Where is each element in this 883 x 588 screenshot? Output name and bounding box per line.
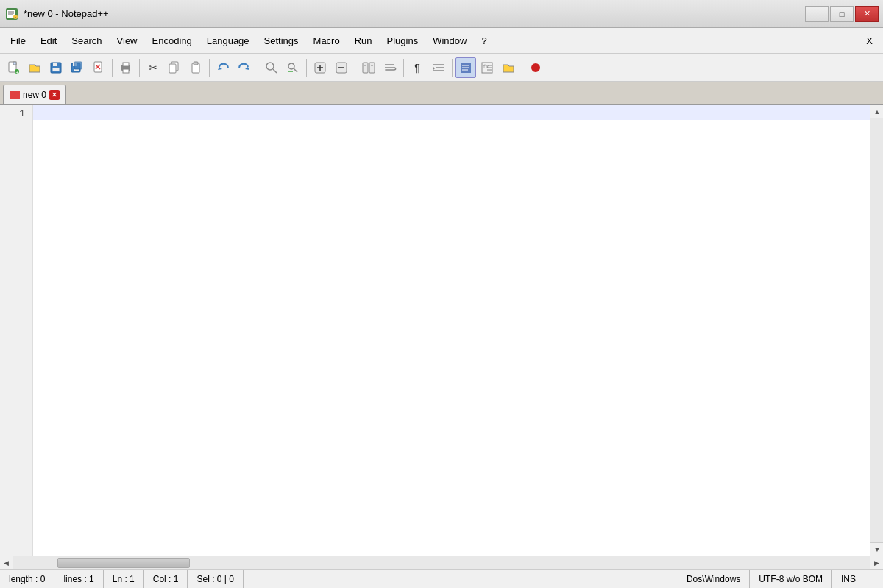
svg-rect-40 [363,63,368,73]
editor-with-vscroll: 1 ▲ ▼ [0,105,883,556]
menu-close-x[interactable]: X [859,32,880,49]
function-list-button[interactable]: fx [477,57,497,78]
menu-macro[interactable]: Macro [306,32,347,49]
copy-button[interactable] [164,57,185,78]
new-file-button[interactable]: + [3,57,24,78]
editor-content[interactable] [33,105,870,556]
toolbar-sep-5 [306,59,307,77]
tab-bar: new 0 ✕ [0,82,883,105]
editor-main: 1 [0,105,870,556]
menu-run[interactable]: Run [347,32,380,49]
toolbar-sep-4 [258,59,258,77]
svg-point-60 [531,63,540,72]
svg-rect-13 [52,68,60,71]
svg-rect-22 [123,63,129,66]
menu-window[interactable]: Window [425,32,474,49]
toolbar-sep-3 [209,59,210,77]
zoom-out-button[interactable] [331,57,352,78]
menu-view[interactable]: View [110,32,145,49]
menu-search[interactable]: Search [64,32,109,49]
open-file-button[interactable] [24,57,45,78]
svg-rect-25 [169,64,176,73]
scroll-track-horizontal[interactable] [13,556,870,569]
svg-text:+: + [16,69,19,74]
project-panels-button[interactable] [498,57,519,78]
menu-language[interactable]: Language [199,32,257,49]
horizontal-scrollbar: ◀ ▶ [0,556,883,569]
cut-button[interactable]: ✂ [143,57,163,78]
close-button[interactable] [88,57,109,78]
app-title: *new 0 - Notepad++ [24,8,109,19]
scroll-track-vertical[interactable] [870,118,883,542]
zoom-in-button[interactable] [310,57,330,78]
scroll-left-button[interactable]: ◀ [0,556,13,570]
svg-rect-17 [74,62,82,69]
svg-point-32 [288,63,294,69]
indent-button[interactable] [428,57,449,78]
vertical-scrollbar: ▲ ▼ [870,105,883,556]
status-extra [865,570,883,588]
word-wrap-button[interactable] [380,57,400,78]
status-col: Col : 1 [144,570,188,588]
svg-rect-41 [369,63,375,73]
sync-scroll-button[interactable] [358,57,379,78]
document-map-button[interactable] [455,57,476,78]
print-button[interactable] [116,57,136,78]
toolbar-sep-6 [355,59,355,77]
find-button[interactable] [261,57,282,78]
scroll-right-button[interactable]: ▶ [870,556,883,570]
minimize-button[interactable]: — [805,6,829,22]
show-all-chars-button[interactable]: ¶ [407,57,428,78]
document-tab[interactable]: new 0 ✕ [3,85,66,104]
toolbar: + ✂ [0,54,883,82]
scroll-down-button[interactable]: ▼ [870,542,883,556]
svg-rect-12 [53,63,57,66]
find-in-files-button[interactable] [283,57,303,78]
line-numbers: 1 [0,105,33,556]
line-number: 1 [0,107,28,121]
menu-encoding[interactable]: Encoding [145,32,199,49]
svg-rect-8 [13,62,16,65]
scroll-thumb-horizontal[interactable] [57,558,190,568]
svg-rect-23 [123,69,129,73]
svg-marker-29 [245,67,249,70]
paste-button[interactable] [185,57,206,78]
status-length: length : 0 [0,570,54,588]
menu-edit[interactable]: Edit [33,32,64,49]
menu-help[interactable]: ? [474,32,494,49]
menu-settings[interactable]: Settings [257,32,306,49]
title-buttons: — □ ✕ [805,6,879,22]
save-all-button[interactable] [67,57,88,78]
menu-file[interactable]: File [3,32,33,49]
close-window-button[interactable]: ✕ [855,6,879,22]
menu-plugins[interactable]: Plugins [380,32,426,49]
svg-marker-50 [433,67,435,70]
svg-line-31 [273,69,277,73]
scroll-up-button[interactable]: ▲ [870,105,883,118]
first-line [33,105,870,120]
title-bar: + *new 0 - Notepad++ — □ ✕ [0,0,883,28]
status-lines: lines : 1 [54,570,103,588]
menu-bar: File Edit Search View Encoding Language … [0,28,883,54]
title-left: + *new 0 - Notepad++ [4,7,109,21]
app-icon: + [4,7,19,21]
record-macro-button[interactable] [525,57,546,78]
redo-button[interactable] [234,57,255,78]
svg-rect-27 [194,62,198,65]
status-ln: Ln : 1 [104,570,144,588]
status-ins: INS [832,570,865,588]
toolbar-sep-1 [112,59,113,77]
toolbar-sep-8 [452,59,453,77]
save-button[interactable] [46,57,66,78]
status-eol: Dos\Windows [678,570,750,588]
svg-text:fx: fx [483,64,489,70]
toolbar-sep-7 [403,59,404,77]
svg-point-30 [266,63,274,70]
text-cursor [35,107,35,118]
tab-close-button[interactable]: ✕ [49,90,60,100]
undo-button[interactable] [213,57,233,78]
svg-marker-46 [385,68,386,71]
maximize-button[interactable]: □ [830,6,854,22]
status-sel: Sel : 0 | 0 [188,570,243,588]
svg-line-33 [294,68,297,72]
